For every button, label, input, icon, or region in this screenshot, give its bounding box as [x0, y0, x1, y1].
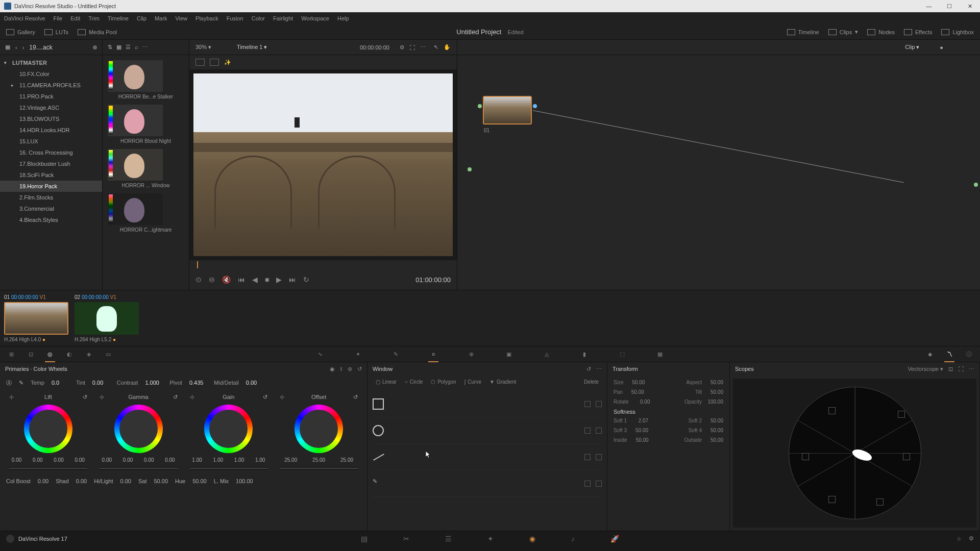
curves-icon[interactable]: ∿ — [315, 349, 325, 359]
sort-icon[interactable]: ⇅ — [108, 44, 112, 51]
tree-item[interactable]: 19.Horror Pack — [0, 181, 102, 192]
wheel-value[interactable]: 1.00 — [213, 457, 223, 463]
loop2-icon[interactable]: ↻ — [303, 276, 309, 284]
3d-icon[interactable]: ▦ — [655, 349, 665, 359]
adj-value[interactable]: 50.00 — [192, 478, 207, 484]
tree-item[interactable]: 18.SciFi Pack — [0, 169, 102, 181]
tree-item[interactable]: 10.FX.Color — [0, 68, 102, 80]
menu-workspace[interactable]: Workspace — [301, 15, 329, 21]
scope-more-icon[interactable]: ⋯ — [969, 366, 974, 372]
tree-item[interactable]: 12.Vintage.ASC — [0, 102, 102, 113]
scope-opt-icon[interactable]: ⊡ — [948, 366, 953, 372]
wheel-value[interactable]: 25.00 — [312, 457, 325, 463]
pointer-icon[interactable]: ↖ — [434, 44, 438, 51]
curve-tab[interactable]: ∫ Curve — [461, 378, 484, 386]
menu-fusion[interactable]: Fusion — [227, 15, 243, 21]
window-more-icon[interactable]: ⋯ — [596, 366, 602, 372]
window-item-pen[interactable]: ✎ — [373, 470, 602, 497]
wn-tg[interactable] — [584, 481, 591, 487]
hand-icon[interactable]: ✋ — [444, 44, 451, 51]
lut-thumb[interactable]: HORROR Be...e Stalker — [108, 60, 184, 99]
adj-value[interactable]: 50.00 — [154, 478, 168, 484]
expand-icon[interactable]: ⛶ — [409, 44, 415, 51]
play-icon[interactable]: ▶ — [276, 276, 282, 284]
auto-icon[interactable]: Ⓐ — [6, 379, 12, 387]
menu-timeline[interactable]: Timeline — [108, 15, 129, 21]
tree-item[interactable]: ▸11.CAMERA.PROFILES — [0, 80, 102, 91]
node-01[interactable] — [483, 96, 532, 124]
circle-tab[interactable]: ○ Circle — [402, 378, 426, 386]
menu-mark[interactable]: Mark — [155, 15, 167, 21]
node-conn-in[interactable] — [478, 104, 482, 108]
playhead[interactable] — [197, 261, 198, 268]
window-reset-icon[interactable]: ↺ — [586, 366, 591, 372]
scrubber[interactable] — [195, 260, 451, 269]
tf-value[interactable]: 2.07 — [630, 418, 648, 423]
clip-thumb[interactable]: 02 00:00:00:00 V1H.264 High L5.2 ● — [75, 294, 141, 342]
tree-item[interactable]: 3.Commercial — [0, 203, 102, 214]
wheel-master[interactable] — [190, 467, 268, 470]
wheel-value[interactable]: 0.00 — [75, 457, 84, 463]
temp-value[interactable]: 0.0 — [52, 380, 69, 386]
scope-expand-icon[interactable]: ⛶ — [958, 366, 964, 372]
picker-icon[interactable]: ✎ — [19, 380, 23, 386]
wheel[interactable] — [24, 405, 72, 453]
menu-color[interactable]: Color — [252, 15, 265, 21]
mute-icon[interactable]: 🔇 — [222, 276, 231, 284]
gallery-button[interactable]: Gallery — [6, 29, 35, 35]
tree-item[interactable]: 15.LUX — [0, 136, 102, 147]
minimize-button[interactable]: — — [919, 0, 939, 12]
wheel-value[interactable]: 0.00 — [12, 457, 21, 463]
window-item-rect[interactable] — [373, 391, 602, 417]
nodes-button[interactable]: Nodes — [867, 29, 895, 35]
menu-clip[interactable]: Clip — [137, 15, 146, 21]
gradient-tab[interactable]: ▼ Gradient — [486, 378, 519, 386]
adj-value[interactable]: 0.00 — [38, 478, 48, 484]
home-icon[interactable]: ⌂ — [957, 535, 961, 542]
wheel-reset-icon[interactable]: ↺ — [83, 394, 87, 400]
rgb-mixer-icon[interactable]: ◈ — [84, 349, 94, 359]
window-item-line[interactable] — [373, 444, 602, 470]
key-icon[interactable]: ▮ — [579, 349, 590, 359]
prev-clip-icon[interactable]: ⏮ — [238, 276, 245, 284]
tree-item[interactable]: 2.Film.Stocks — [0, 192, 102, 203]
tree-root[interactable]: ▾LUTMASTER — [0, 57, 102, 68]
wheel-picker-icon[interactable]: ⊹ — [280, 394, 284, 400]
color-wheels-icon[interactable]: ◎ — [45, 349, 55, 359]
clip-thumb[interactable]: 01 00:00:00:00 V1H.264 High L4.0 ● — [4, 294, 70, 342]
clips-button[interactable]: Clips ▾ — [828, 29, 858, 35]
mediapool-button[interactable]: Media Pool — [78, 29, 117, 35]
cut-page-icon[interactable]: ✂ — [403, 535, 409, 543]
tf-value[interactable]: 50.00 — [630, 437, 649, 443]
sizing-icon[interactable]: ⬚ — [617, 349, 627, 359]
rewind-icon[interactable]: ◀ — [252, 276, 258, 284]
scope-type-dropdown[interactable]: Vectorscope ▾ — [908, 366, 943, 372]
sidebar-toggle-icon[interactable]: ▦ — [5, 44, 10, 51]
menu-file[interactable]: File — [54, 15, 63, 21]
blur-icon[interactable]: ◬ — [542, 349, 552, 359]
hdr-icon[interactable]: ◐ — [64, 349, 75, 359]
wheel-value[interactable]: 25.00 — [340, 457, 353, 463]
lut-thumb[interactable]: HORROR ... Window — [108, 149, 184, 188]
middetail-value[interactable]: 0.00 — [246, 380, 263, 386]
tf-value[interactable]: 50.00 — [705, 389, 723, 395]
menu-view[interactable]: View — [175, 15, 187, 21]
settings-icon[interactable]: ⚙ — [969, 535, 974, 542]
menu-trim[interactable]: Trim — [88, 15, 100, 21]
node-output[interactable] — [974, 183, 978, 187]
stop-icon[interactable]: ■ — [265, 276, 269, 284]
contrast-value[interactable]: 1.000 — [145, 380, 162, 386]
clip-dropdown[interactable]: Clip ▾ — [905, 44, 919, 51]
deliver-page-icon[interactable]: 🚀 — [610, 535, 619, 543]
motion-icon[interactable]: ▭ — [103, 349, 113, 359]
scopes-icon[interactable]: 〽 — [944, 349, 954, 359]
magic-mask-icon[interactable]: ▣ — [504, 349, 514, 359]
camera-raw-icon[interactable]: ⊞ — [6, 349, 16, 359]
effects-button[interactable]: Effects — [904, 29, 932, 35]
wheel-value[interactable]: 0.00 — [165, 457, 175, 463]
play-timecode[interactable]: 01:00:00:00 — [415, 276, 451, 284]
node-conn-out[interactable] — [533, 104, 537, 108]
tree-item[interactable]: 4.Bleach.Styles — [0, 214, 102, 226]
wheel[interactable] — [114, 405, 163, 453]
loop-icon[interactable]: ⊙ — [195, 276, 202, 284]
